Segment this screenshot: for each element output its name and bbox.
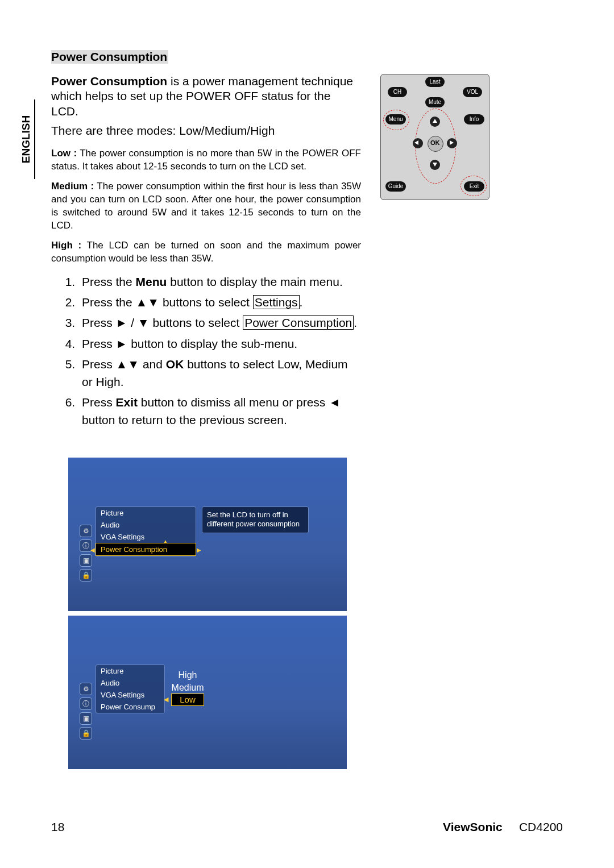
osd-icon-screen: ▣ xyxy=(80,554,92,567)
remote-info-button: Info xyxy=(464,114,484,124)
osd2-item-audio: Audio xyxy=(96,677,164,689)
osd-icon-info: ⓘ xyxy=(80,697,92,710)
osd-icon-lock: 🔒 xyxy=(80,727,92,740)
osd1-item-vga: VGA Settings xyxy=(96,531,196,543)
osd2-item-vga: VGA Settings xyxy=(96,689,164,701)
instruction-list: Press the Menu button to display the mai… xyxy=(51,273,361,429)
osd1-tooltip: Set the LCD to turn off in different pow… xyxy=(202,506,309,533)
intro-line2: There are three modes: Low/Medium/High xyxy=(51,123,361,138)
step-2: Press the ▲▼ buttons to select Settings. xyxy=(78,294,361,311)
osd-screenshot-1: ⚙ ⓘ ▣ 🔒 Picture Audio VGA Settings ◀ Pow… xyxy=(68,458,347,611)
language-tab: ENGLISH xyxy=(18,99,35,179)
osd-icon-settings: ⚙ xyxy=(80,683,92,695)
page-footer: 18 ViewSonic CD4200 xyxy=(51,820,563,834)
remote-highlight-menu xyxy=(383,110,409,130)
step-4: Press ► button to display the sub-menu. xyxy=(78,335,361,352)
remote-ch-button: CH xyxy=(388,87,407,97)
low-desc: Low : The power consumption is no more t… xyxy=(51,147,361,173)
osd1-menu: Picture Audio VGA Settings ◀ Power Consu… xyxy=(96,506,196,556)
osd-icon-screen: ▣ xyxy=(80,712,92,725)
osd1-item-power-selected: ◀ Power Consumption ▶ ▲ xyxy=(96,543,196,556)
footer-brand: ViewSonic xyxy=(443,820,503,833)
osd1-item-audio: Audio xyxy=(96,519,196,531)
remote-ok-label: OK xyxy=(430,139,440,146)
remote-last-button: Last xyxy=(425,77,445,87)
osd-screenshot-2: ⚙ ⓘ ▣ 🔒 Picture Audio VGA Settings Power… xyxy=(68,616,347,769)
osd2-option-low-selected: Low xyxy=(171,693,204,706)
remote-vol-button: VOL xyxy=(463,87,482,97)
osd2-option-high: High xyxy=(164,669,211,682)
footer-model: CD4200 xyxy=(519,820,563,833)
osd2-item-picture: Picture xyxy=(96,665,164,677)
step-6: Press Exit button to dismiss all menu or… xyxy=(78,394,361,429)
step-3: Press ► / ▼ buttons to select Power Cons… xyxy=(78,314,361,331)
osd-icon-lock: 🔒 xyxy=(80,569,92,582)
step-1: Press the Menu button to display the mai… xyxy=(78,273,361,290)
medium-desc: Medium : The power consumption within th… xyxy=(51,180,361,232)
language-label: ENGLISH xyxy=(20,115,32,163)
osd1-item-picture: Picture xyxy=(96,507,196,519)
osd2-item-power: Power Consump xyxy=(96,701,164,713)
osd2-submenu: High Medium Low xyxy=(164,669,211,706)
intro-paragraph: Power Consumption is a power management … xyxy=(51,74,361,119)
remote-illustration: Last CH VOL Mute Menu Info Guide Exit xyxy=(380,74,489,200)
step-5: Press ▲▼ and OK buttons to select Low, M… xyxy=(78,356,361,391)
high-desc: High : The LCD can be turned on soon and… xyxy=(51,239,361,265)
remote-mute-button: Mute xyxy=(425,97,445,107)
section-heading: Power Consumption xyxy=(51,50,563,64)
osd2-option-medium: Medium xyxy=(164,682,211,694)
osd-icon-settings: ⚙ xyxy=(80,525,92,537)
page-number: 18 xyxy=(51,820,64,834)
remote-guide-button: Guide xyxy=(385,181,406,192)
osd2-menu: Picture Audio VGA Settings Power Consump xyxy=(96,665,165,713)
remote-highlight-exit xyxy=(460,176,487,196)
